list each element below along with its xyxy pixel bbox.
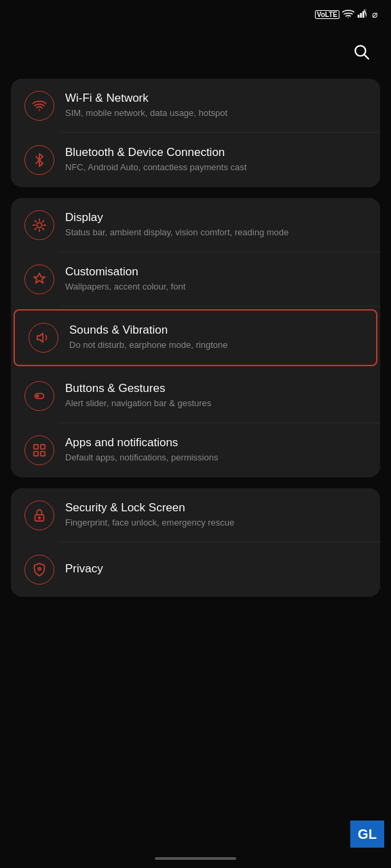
privacy-icon (24, 555, 54, 585)
svg-point-9 (37, 222, 41, 227)
security-icon (24, 500, 54, 530)
nav-pill (155, 857, 236, 860)
wifi-icon (24, 91, 54, 121)
svg-rect-24 (41, 452, 45, 456)
svg-point-26 (39, 517, 41, 519)
item-title-sounds: Sounds & Vibration (69, 323, 362, 337)
settings-item-wifi[interactable]: Wi-Fi & NetworkSIM, mobile network, data… (11, 79, 380, 133)
buttons-icon (24, 381, 54, 411)
svg-rect-3 (362, 12, 365, 18)
volte-icon: VoLTE (315, 10, 339, 19)
item-title-bluetooth: Bluetooth & Device Connection (65, 146, 367, 159)
svg-line-7 (365, 55, 369, 59)
settings-item-security[interactable]: Security & Lock ScreenFingerprint, face … (11, 488, 380, 542)
item-title-wifi: Wi-Fi & Network (65, 92, 367, 105)
item-title-security: Security & Lock Screen (65, 501, 367, 515)
settings-item-apps[interactable]: Apps and notificationsDefault apps, noti… (11, 423, 380, 477)
signal-icon (357, 9, 367, 20)
settings-item-sounds[interactable]: Sounds & VibrationDo not disturb, earpho… (14, 309, 377, 366)
settings-container: Wi-Fi & NetworkSIM, mobile network, data… (0, 79, 391, 597)
item-text-privacy: Privacy (65, 562, 367, 578)
settings-item-bluetooth[interactable]: Bluetooth & Device ConnectionNFC, Androi… (11, 133, 380, 187)
item-subtitle-security: Fingerprint, face unlock, emergency resc… (65, 517, 367, 529)
settings-item-display[interactable]: DisplayStatus bar, ambient display, visi… (11, 198, 380, 252)
svg-rect-1 (358, 15, 360, 18)
display-icon (24, 210, 54, 240)
settings-group-group3: Security & Lock ScreenFingerprint, face … (11, 488, 380, 597)
svg-point-0 (348, 17, 349, 18)
svg-rect-2 (360, 13, 362, 18)
item-text-sounds: Sounds & VibrationDo not disturb, earpho… (69, 323, 362, 351)
item-title-buttons: Buttons & Gestures (65, 382, 367, 395)
svg-line-14 (35, 221, 37, 222)
svg-rect-21 (34, 445, 38, 449)
item-text-customisation: CustomisationWallpapers, accent colour, … (65, 265, 367, 293)
item-title-customisation: Customisation (65, 265, 367, 279)
status-icons: VoLTE ⌀ (312, 9, 377, 20)
item-subtitle-buttons: Alert slider, navigation bar & gestures (65, 397, 367, 410)
settings-item-privacy[interactable]: Privacy (11, 542, 380, 597)
item-text-display: DisplayStatus bar, ambient display, visi… (65, 211, 367, 239)
battery-icon: ⌀ (372, 9, 377, 20)
sounds-icon (29, 323, 58, 353)
svg-line-16 (35, 229, 37, 230)
settings-item-buttons[interactable]: Buttons & GesturesAlert slider, navigati… (11, 369, 380, 423)
settings-item-customisation[interactable]: CustomisationWallpapers, accent colour, … (11, 252, 380, 307)
navigation-bar (0, 849, 391, 868)
item-subtitle-apps: Default apps, notifications, permissions (65, 452, 367, 464)
item-text-security: Security & Lock ScreenFingerprint, face … (65, 501, 367, 529)
watermark: GL (350, 821, 384, 848)
search-button[interactable] (348, 38, 375, 65)
svg-rect-22 (41, 445, 45, 449)
apps-icon (24, 435, 54, 465)
item-text-bluetooth: Bluetooth & Device ConnectionNFC, Androi… (65, 146, 367, 174)
svg-point-8 (39, 109, 40, 111)
bluetooth-icon (24, 145, 54, 175)
svg-point-20 (37, 395, 39, 397)
item-title-apps: Apps and notifications (65, 436, 367, 450)
item-title-privacy: Privacy (65, 562, 367, 576)
item-subtitle-display: Status bar, ambient display, vision comf… (65, 226, 367, 239)
customisation-icon (24, 264, 54, 294)
svg-point-27 (38, 568, 41, 570)
wifi-status-icon (342, 9, 354, 20)
item-text-wifi: Wi-Fi & NetworkSIM, mobile network, data… (65, 92, 367, 119)
status-bar: VoLTE ⌀ (0, 0, 391, 27)
item-title-display: Display (65, 211, 367, 224)
item-subtitle-wifi: SIM, mobile network, data usage, hotspot (65, 107, 367, 119)
svg-line-17 (43, 221, 44, 222)
item-subtitle-sounds: Do not disturb, earphone mode, ringtone (69, 339, 362, 351)
page-header (0, 27, 391, 79)
item-text-apps: Apps and notificationsDefault apps, noti… (65, 436, 367, 464)
item-text-buttons: Buttons & GesturesAlert slider, navigati… (65, 382, 367, 410)
settings-group-group1: Wi-Fi & NetworkSIM, mobile network, data… (11, 79, 380, 187)
settings-group-group2: DisplayStatus bar, ambient display, visi… (11, 198, 380, 477)
svg-marker-18 (37, 334, 43, 342)
svg-line-15 (43, 229, 44, 230)
item-subtitle-customisation: Wallpapers, accent colour, font (65, 281, 367, 293)
item-subtitle-bluetooth: NFC, Android Auto, contactless payments … (65, 161, 367, 174)
svg-rect-23 (34, 452, 38, 456)
